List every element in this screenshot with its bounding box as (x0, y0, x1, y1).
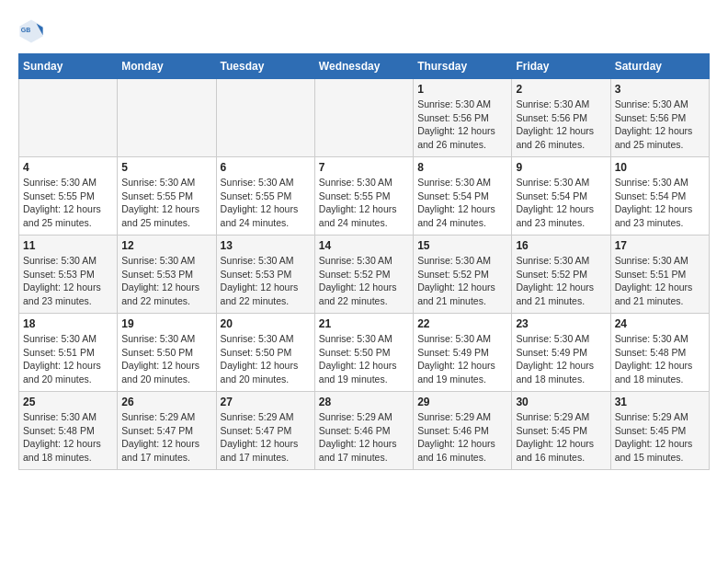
day-number: 31 (615, 396, 705, 408)
logo-icon: GB (18, 18, 44, 44)
day-number: 27 (221, 396, 311, 408)
day-info: Sunrise: 5:29 AMSunset: 5:45 PMDaylight:… (516, 410, 606, 465)
calendar-cell: 20Sunrise: 5:30 AMSunset: 5:50 PMDayligh… (216, 314, 314, 392)
day-number: 16 (516, 239, 606, 252)
calendar-cell: 21Sunrise: 5:30 AMSunset: 5:50 PMDayligh… (314, 314, 413, 392)
day-number: 26 (121, 396, 211, 408)
calendar-cell (118, 79, 216, 157)
calendar-cell: 30Sunrise: 5:29 AMSunset: 5:45 PMDayligh… (512, 392, 610, 470)
day-number: 11 (23, 239, 113, 252)
calendar-cell: 2Sunrise: 5:30 AMSunset: 5:56 PMDaylight… (512, 79, 610, 157)
calendar-cell: 23Sunrise: 5:30 AMSunset: 5:49 PMDayligh… (512, 314, 610, 392)
calendar-cell: 14Sunrise: 5:30 AMSunset: 5:52 PMDayligh… (314, 236, 413, 314)
day-info: Sunrise: 5:30 AMSunset: 5:56 PMDaylight:… (615, 98, 705, 152)
logo: GB (18, 18, 48, 44)
calendar-cell: 8Sunrise: 5:30 AMSunset: 5:54 PMDaylight… (414, 157, 512, 236)
day-number: 21 (319, 317, 409, 330)
day-info: Sunrise: 5:30 AMSunset: 5:52 PMDaylight:… (516, 254, 606, 308)
day-info: Sunrise: 5:30 AMSunset: 5:49 PMDaylight:… (417, 332, 507, 386)
weekday-header-thursday: Thursday (414, 54, 512, 79)
calendar-cell: 26Sunrise: 5:29 AMSunset: 5:47 PMDayligh… (118, 392, 216, 470)
calendar-cell: 1Sunrise: 5:30 AMSunset: 5:56 PMDaylight… (414, 79, 512, 157)
day-number: 25 (23, 396, 113, 408)
day-info: Sunrise: 5:30 AMSunset: 5:48 PMDaylight:… (615, 332, 705, 386)
weekday-header-wednesday: Wednesday (314, 54, 413, 79)
day-number: 8 (417, 161, 507, 174)
day-info: Sunrise: 5:30 AMSunset: 5:53 PMDaylight:… (121, 254, 211, 308)
calendar-cell: 13Sunrise: 5:30 AMSunset: 5:53 PMDayligh… (216, 236, 314, 314)
day-info: Sunrise: 5:30 AMSunset: 5:50 PMDaylight:… (319, 332, 409, 386)
day-info: Sunrise: 5:30 AMSunset: 5:49 PMDaylight:… (516, 332, 606, 386)
day-info: Sunrise: 5:30 AMSunset: 5:55 PMDaylight:… (121, 176, 211, 230)
calendar-cell: 31Sunrise: 5:29 AMSunset: 5:45 PMDayligh… (610, 392, 709, 470)
calendar-week-5: 25Sunrise: 5:30 AMSunset: 5:48 PMDayligh… (19, 392, 710, 470)
day-number: 23 (516, 317, 606, 330)
calendar-cell (19, 79, 118, 157)
day-number: 6 (221, 161, 311, 174)
day-info: Sunrise: 5:30 AMSunset: 5:55 PMDaylight:… (23, 176, 113, 230)
day-info: Sunrise: 5:30 AMSunset: 5:54 PMDaylight:… (417, 176, 507, 230)
day-info: Sunrise: 5:30 AMSunset: 5:50 PMDaylight:… (121, 332, 211, 386)
day-number: 5 (121, 161, 211, 174)
day-info: Sunrise: 5:30 AMSunset: 5:53 PMDaylight:… (221, 254, 311, 308)
day-number: 28 (319, 396, 409, 408)
calendar-cell: 29Sunrise: 5:29 AMSunset: 5:46 PMDayligh… (414, 392, 512, 470)
calendar-cell: 12Sunrise: 5:30 AMSunset: 5:53 PMDayligh… (118, 236, 216, 314)
calendar-cell: 28Sunrise: 5:29 AMSunset: 5:46 PMDayligh… (314, 392, 413, 470)
weekday-header-saturday: Saturday (610, 54, 709, 79)
calendar-cell: 22Sunrise: 5:30 AMSunset: 5:49 PMDayligh… (414, 314, 512, 392)
day-number: 18 (23, 317, 113, 330)
day-info: Sunrise: 5:30 AMSunset: 5:50 PMDaylight:… (221, 332, 311, 386)
calendar-cell: 25Sunrise: 5:30 AMSunset: 5:48 PMDayligh… (19, 392, 118, 470)
calendar-cell: 19Sunrise: 5:30 AMSunset: 5:50 PMDayligh… (118, 314, 216, 392)
day-number: 4 (23, 161, 113, 174)
day-info: Sunrise: 5:30 AMSunset: 5:48 PMDaylight:… (23, 410, 113, 465)
calendar-week-2: 4Sunrise: 5:30 AMSunset: 5:55 PMDaylight… (19, 157, 710, 236)
day-number: 19 (121, 317, 211, 330)
day-number: 1 (417, 83, 507, 96)
day-number: 20 (221, 317, 311, 330)
day-info: Sunrise: 5:30 AMSunset: 5:52 PMDaylight:… (319, 254, 409, 308)
day-info: Sunrise: 5:29 AMSunset: 5:45 PMDaylight:… (615, 410, 705, 465)
calendar-cell: 27Sunrise: 5:29 AMSunset: 5:47 PMDayligh… (216, 392, 314, 470)
calendar-cell: 4Sunrise: 5:30 AMSunset: 5:55 PMDaylight… (19, 157, 118, 236)
day-number: 10 (615, 161, 705, 174)
calendar-cell: 6Sunrise: 5:30 AMSunset: 5:55 PMDaylight… (216, 157, 314, 236)
day-info: Sunrise: 5:30 AMSunset: 5:51 PMDaylight:… (615, 254, 705, 308)
day-info: Sunrise: 5:30 AMSunset: 5:56 PMDaylight:… (516, 98, 606, 152)
day-number: 30 (516, 396, 606, 408)
weekday-row: SundayMondayTuesdayWednesdayThursdayFrid… (19, 54, 710, 79)
day-number: 12 (121, 239, 211, 252)
day-info: Sunrise: 5:30 AMSunset: 5:53 PMDaylight:… (23, 254, 113, 308)
calendar-cell: 18Sunrise: 5:30 AMSunset: 5:51 PMDayligh… (19, 314, 118, 392)
day-number: 7 (319, 161, 409, 174)
calendar-cell: 5Sunrise: 5:30 AMSunset: 5:55 PMDaylight… (118, 157, 216, 236)
calendar-cell (216, 79, 314, 157)
day-number: 22 (417, 317, 507, 330)
day-number: 24 (615, 317, 705, 330)
day-info: Sunrise: 5:30 AMSunset: 5:55 PMDaylight:… (221, 176, 311, 230)
day-number: 9 (516, 161, 606, 174)
calendar-cell: 3Sunrise: 5:30 AMSunset: 5:56 PMDaylight… (610, 79, 709, 157)
day-info: Sunrise: 5:30 AMSunset: 5:55 PMDaylight:… (319, 176, 409, 230)
calendar-week-1: 1Sunrise: 5:30 AMSunset: 5:56 PMDaylight… (19, 79, 710, 157)
day-info: Sunrise: 5:30 AMSunset: 5:54 PMDaylight:… (516, 176, 606, 230)
calendar-cell: 17Sunrise: 5:30 AMSunset: 5:51 PMDayligh… (610, 236, 709, 314)
calendar-cell: 7Sunrise: 5:30 AMSunset: 5:55 PMDaylight… (314, 157, 413, 236)
calendar-cell: 9Sunrise: 5:30 AMSunset: 5:54 PMDaylight… (512, 157, 610, 236)
day-number: 2 (516, 83, 606, 96)
day-number: 29 (417, 396, 507, 408)
calendar-table: SundayMondayTuesdayWednesdayThursdayFrid… (18, 53, 710, 470)
calendar-header: SundayMondayTuesdayWednesdayThursdayFrid… (19, 54, 710, 79)
calendar-week-3: 11Sunrise: 5:30 AMSunset: 5:53 PMDayligh… (19, 236, 710, 314)
calendar-cell: 10Sunrise: 5:30 AMSunset: 5:54 PMDayligh… (610, 157, 709, 236)
calendar-cell: 24Sunrise: 5:30 AMSunset: 5:48 PMDayligh… (610, 314, 709, 392)
calendar-body: 1Sunrise: 5:30 AMSunset: 5:56 PMDaylight… (19, 79, 710, 470)
weekday-header-tuesday: Tuesday (216, 54, 314, 79)
calendar-week-4: 18Sunrise: 5:30 AMSunset: 5:51 PMDayligh… (19, 314, 710, 392)
day-number: 17 (615, 239, 705, 252)
day-info: Sunrise: 5:30 AMSunset: 5:54 PMDaylight:… (615, 176, 705, 230)
weekday-header-monday: Monday (118, 54, 216, 79)
day-info: Sunrise: 5:29 AMSunset: 5:46 PMDaylight:… (417, 410, 507, 465)
calendar-cell: 11Sunrise: 5:30 AMSunset: 5:53 PMDayligh… (19, 236, 118, 314)
